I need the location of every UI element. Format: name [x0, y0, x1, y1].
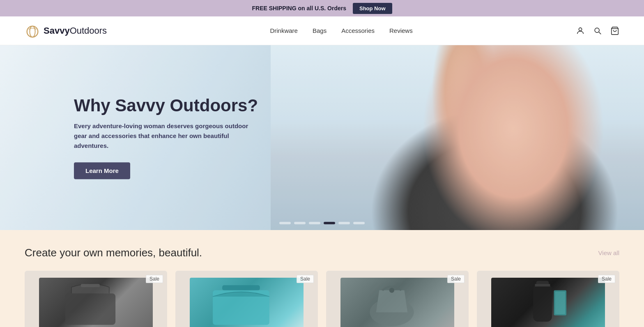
hero-title: Why Savvy Outdoors?: [74, 96, 258, 115]
slider-dot-2[interactable]: [309, 222, 320, 224]
learn-more-button[interactable]: Learn More: [74, 163, 130, 180]
nav-link-accessories[interactable]: Accessories: [341, 27, 375, 34]
bottle-illustration: [491, 278, 594, 327]
cart-icon-button[interactable]: [610, 26, 619, 35]
slider-dot-1[interactable]: [294, 222, 306, 224]
header: SavvyOutdoors DrinkwareBagsAccessoriesRe…: [0, 16, 644, 45]
product-image-2: Sale: [175, 271, 318, 327]
bag-illustration-3: [340, 278, 443, 327]
nav-link-bags[interactable]: Bags: [313, 27, 327, 34]
svg-point-11: [389, 288, 394, 292]
slider-dot-0[interactable]: [279, 222, 291, 224]
product-card-1[interactable]: Sale: [25, 271, 167, 327]
search-icon: [593, 26, 602, 35]
svg-rect-9: [222, 285, 260, 290]
product-thumbnail-4: [491, 278, 605, 327]
product-card-4[interactable]: Sale: [477, 271, 619, 327]
svg-point-0: [27, 26, 38, 37]
search-icon-button[interactable]: [593, 26, 602, 35]
products-header: Create your own memories, beautiful. Vie…: [25, 246, 619, 259]
product-image-1: Sale: [25, 271, 167, 327]
nav-link-reviews[interactable]: Reviews: [389, 27, 413, 34]
product-thumbnail-2: [190, 278, 304, 327]
products-title: Create your own memories, beautiful.: [25, 246, 202, 259]
svg-rect-12: [533, 284, 552, 322]
nav-link-drinkware[interactable]: Drinkware: [270, 27, 298, 34]
slider-dot-4[interactable]: [338, 222, 350, 224]
svg-point-1: [30, 26, 35, 37]
svg-point-2: [579, 28, 582, 30]
products-grid: Sale Sale: [25, 271, 619, 327]
logo-text: SavvyOutdoors: [44, 25, 107, 36]
svg-rect-16: [555, 292, 565, 314]
svg-line-4: [599, 32, 601, 34]
svg-point-3: [595, 28, 599, 32]
announcement-text: FREE SHIPPING on all U.S. Orders: [252, 5, 346, 12]
hero-section: Why Savvy Outdoors? Every adventure-lovi…: [0, 45, 644, 230]
cart-icon: [610, 26, 619, 35]
logo-link[interactable]: SavvyOutdoors: [25, 23, 107, 39]
product-card-2[interactable]: Sale: [175, 271, 318, 327]
sale-badge-3: Sale: [447, 275, 465, 283]
view-all-link[interactable]: View all: [598, 249, 619, 256]
shop-now-button[interactable]: Shop Now: [353, 3, 392, 14]
svg-rect-14: [535, 284, 550, 286]
product-card-3[interactable]: Sale: [326, 271, 469, 327]
announcement-bar: FREE SHIPPING on all U.S. Orders Shop No…: [0, 0, 644, 16]
bag-illustration-2: [190, 278, 292, 327]
account-icon: [576, 26, 585, 35]
slider-dot-5[interactable]: [353, 222, 365, 224]
svg-rect-6: [65, 293, 115, 325]
product-image-4: Sale: [477, 271, 619, 327]
sale-badge-1: Sale: [146, 275, 163, 283]
nav-icons: [576, 26, 619, 35]
product-thumbnail-1: [39, 278, 153, 327]
product-thumbnail-3: [340, 278, 455, 327]
hero-subtitle: Every adventure-loving woman deserves go…: [74, 122, 255, 151]
product-image-3: Sale: [326, 271, 469, 327]
bag-illustration-1: [39, 278, 142, 327]
account-icon-button[interactable]: [576, 26, 585, 35]
hero-content: Why Savvy Outdoors? Every adventure-lovi…: [74, 96, 258, 179]
sale-badge-4: Sale: [598, 275, 615, 283]
logo-icon: [25, 23, 40, 39]
sale-badge-2: Sale: [297, 275, 314, 283]
slider-dot-3[interactable]: [324, 222, 335, 224]
products-section: Create your own memories, beautiful. Vie…: [0, 230, 644, 327]
svg-rect-7: [81, 284, 100, 287]
main-nav: DrinkwareBagsAccessoriesReviews: [270, 27, 412, 35]
slider-dots: [279, 222, 365, 224]
